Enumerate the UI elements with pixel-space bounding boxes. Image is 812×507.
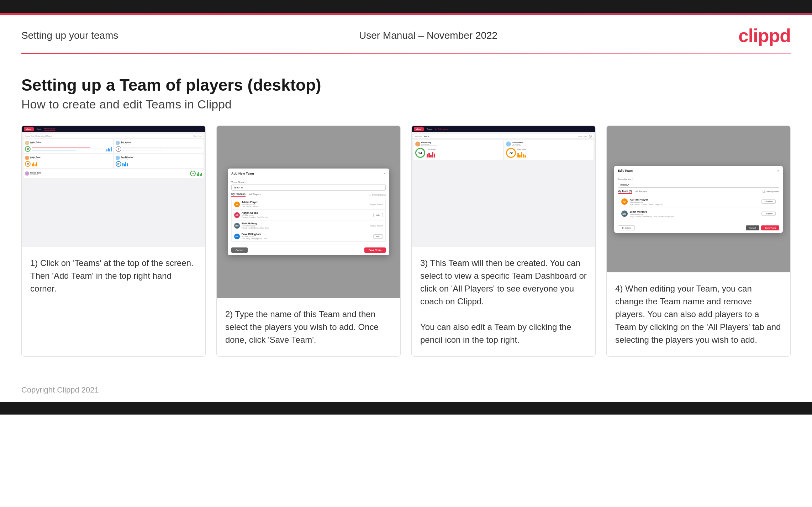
- header-section-label: Setting up your teams: [21, 30, 118, 41]
- remove-player-button[interactable]: Remove: [761, 199, 776, 204]
- card-2-screenshot: Add New Team × Team Name * Team A My Tea…: [217, 126, 400, 298]
- edit-dialog-body: Team Name * Team A My Team (2) All Playe…: [614, 175, 783, 223]
- player-info: Dave Billingham 3.5 Handicap The Stag Ma…: [242, 233, 371, 240]
- dialog-footer: Cancel Save Team: [228, 245, 389, 255]
- trash-icon: 🗑: [622, 227, 624, 229]
- player-added-status: Player Added: [370, 225, 383, 227]
- filter-by-name: Filter by name: [369, 194, 386, 196]
- edit-player-avatar: AP: [621, 198, 628, 205]
- sc3-content: All Players Team A Player Details ✎: [412, 132, 595, 247]
- page-title: Setting up a Team of players (desktop): [21, 75, 791, 95]
- header: Setting up your teams User Manual – Nove…: [0, 15, 812, 53]
- edit-player-list: AP Adrian Player Plus Handicap The Shire…: [618, 196, 780, 220]
- team-name-label: Team Name *: [231, 181, 386, 183]
- footer: Copyright Clippd 2021: [0, 378, 812, 402]
- edit-player-location: Royal North Devon Golf Club, United King…: [630, 215, 759, 218]
- edit-cancel-button[interactable]: Cancel: [746, 225, 760, 230]
- edit-filter-label: Filter by name: [766, 191, 779, 193]
- close-icon[interactable]: ×: [777, 169, 779, 173]
- card-4-text: 4) When editing your Team, you can chang…: [607, 272, 790, 356]
- edit-player-info: Adrian Player Plus Handicap The Shire Lo…: [630, 198, 759, 206]
- tab-my-team[interactable]: My Team (2): [231, 193, 246, 197]
- save-team-button[interactable]: Save Team: [364, 247, 386, 253]
- player-club: The Stag Maypig Golf Club: [242, 238, 371, 240]
- player-name: Dave Billingham: [242, 233, 371, 235]
- close-icon[interactable]: ×: [384, 171, 386, 176]
- card-3-text: 3) This Team will then be created. You c…: [412, 247, 595, 356]
- header-manual-title: User Manual – November 2022: [359, 30, 497, 41]
- add-team-dialog: Add New Team × Team Name * Team A My Tea…: [228, 169, 389, 255]
- delete-team-button[interactable]: 🗑 Delete: [618, 225, 635, 230]
- card-2: Add New Team × Team Name * Team A My Tea…: [216, 126, 401, 357]
- edit-player-name: Adrian Player: [630, 198, 759, 201]
- player-info: Adrian Coliba 1.5 Handicap Central Londo…: [242, 212, 371, 218]
- player-item: DB Dave Billingham 3.5 Handicap The Stag…: [232, 231, 385, 241]
- card-1-screenshot: clippd Home My All Players Showing 8 out…: [22, 126, 205, 247]
- sc3-logo: clippd: [414, 127, 424, 131]
- player-item: BM Blair McHarg Plus Handicap Royal Nort…: [232, 220, 385, 231]
- cancel-button[interactable]: Cancel: [231, 247, 248, 253]
- card-3: clippd Teams My Performance All Players …: [411, 126, 596, 357]
- edit-filter-by-name: Filter by name: [763, 191, 779, 193]
- copyright-text: Copyright Clippd 2021: [21, 385, 99, 394]
- tab-all-players[interactable]: All Players: [249, 193, 261, 196]
- edit-tab-all-players[interactable]: All Players: [636, 190, 647, 193]
- edit-dialog-header: Edit Team ×: [614, 166, 783, 175]
- card-1: clippd Home My All Players Showing 8 out…: [21, 126, 206, 357]
- filter-checkbox[interactable]: [369, 194, 371, 196]
- page-subtitle: How to create and edit Teams in Clippd: [21, 97, 791, 111]
- edit-tab-my-team[interactable]: My Team (2): [618, 190, 632, 194]
- player-added-status: Player Added: [370, 203, 383, 206]
- player-name: Blair McHarg: [242, 222, 368, 225]
- player-club: The Shire London: [242, 206, 368, 208]
- sc1-logo: clippd: [24, 127, 34, 131]
- dialog-title: Add New Team: [231, 172, 254, 175]
- edit-team-dialog: Edit Team × Team Name * Team A My Team (…: [614, 166, 783, 233]
- edit-player-item: BM Blair McHarg Plus Handicap Royal Nort…: [618, 208, 780, 220]
- add-player-button[interactable]: Add: [373, 213, 383, 217]
- dialog-tabs: My Team (2) All Players Filter by name: [231, 193, 386, 197]
- screenshot-1-bg: clippd Home My All Players Showing 8 out…: [22, 126, 205, 247]
- edit-team-name-input[interactable]: Team A: [618, 182, 780, 188]
- screenshot-3-bg: clippd Teams My Performance All Players …: [412, 126, 595, 247]
- player-info: Adrian Player Plus Handicap The Shire Lo…: [242, 201, 368, 208]
- edit-player-name: Blair McHarg: [630, 210, 759, 213]
- player-avatar: AP: [234, 202, 240, 207]
- player-item: AP Adrian Player Plus Handicap The Shire…: [232, 199, 385, 210]
- edit-dialog-title: Edit Team: [618, 169, 633, 172]
- add-player-button[interactable]: Add: [373, 234, 383, 239]
- bottom-bar: [0, 402, 812, 415]
- save-team-button[interactable]: Save Team: [761, 225, 779, 230]
- card-4-screenshot: Edit Team × Team Name * Team A My Team (…: [607, 126, 790, 272]
- dialog-header: Add New Team ×: [228, 169, 389, 178]
- player-name: Adrian Player: [242, 201, 368, 203]
- edit-filter-checkbox[interactable]: [763, 191, 765, 193]
- page-title-section: Setting up a Team of players (desktop) H…: [0, 54, 812, 126]
- card-2-text: 2) Type the name of this Team and then s…: [217, 298, 400, 356]
- edit-dialog-footer: 🗑 Delete Cancel Save Team: [614, 223, 783, 233]
- clippd-logo: clippd: [738, 25, 791, 46]
- player-avatar: BM: [234, 223, 240, 229]
- edit-player-item: AP Adrian Player Plus Handicap The Shire…: [618, 196, 780, 208]
- player-name: Adrian Coliba: [242, 212, 371, 214]
- remove-player-button[interactable]: Remove: [761, 212, 776, 216]
- filter-label: Filter by name: [372, 194, 386, 196]
- edit-footer-actions: Cancel Save Team: [746, 225, 780, 230]
- sc1-content: Showing 8 out of 9 players from All Play…: [22, 132, 205, 247]
- card-3-screenshot: clippd Teams My Performance All Players …: [412, 126, 595, 247]
- team-name-label: Team Name *: [618, 178, 780, 181]
- card-4: Edit Team × Team Name * Team A My Team (…: [606, 126, 791, 357]
- edit-dialog-tabs: My Team (2) All Players Filter by name: [618, 190, 780, 194]
- dialog-body: Team Name * Team A My Team (2) All Playe…: [228, 178, 389, 245]
- sc3-topbar: clippd Teams My Performance: [412, 126, 595, 132]
- player-info: Blair McHarg Plus Handicap Royal North D…: [242, 222, 368, 229]
- team-name-input[interactable]: Team A: [231, 185, 386, 191]
- player-club: Royal North Devon Golf Club: [242, 227, 368, 229]
- player-avatar: AC: [234, 212, 240, 218]
- card-1-text: 1) Click on 'Teams' at the top of the sc…: [22, 247, 205, 356]
- player-avatar: DB: [234, 234, 240, 239]
- edit-player-location: The Shire London, United Kingdom: [630, 203, 759, 206]
- edit-player-avatar: BM: [621, 210, 628, 217]
- player-club: Central London Golf Centre: [242, 216, 371, 218]
- sc1-topbar: clippd Home My All Players: [22, 126, 205, 132]
